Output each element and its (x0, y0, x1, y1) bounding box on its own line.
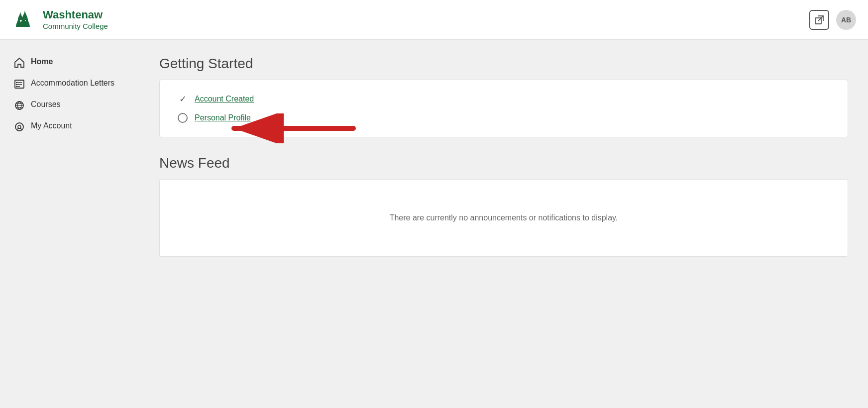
svg-point-6 (16, 82, 17, 83)
account-created-link[interactable]: Account Created (195, 95, 254, 103)
checklist-item-personal-profile: Personal Profile (178, 113, 830, 123)
sidebar-item-home[interactable]: Home (0, 52, 139, 73)
svg-point-8 (16, 86, 17, 87)
news-feed-empty-message: There are currently no announcements or … (178, 194, 830, 242)
sidebar-item-courses-label: Courses (31, 100, 61, 110)
empty-circle-icon (178, 113, 188, 123)
logo-text: Washtenaw Community College (43, 8, 108, 30)
sidebar-item-accommodation-label: Accommodation Letters (31, 78, 114, 89)
wcc-logo-icon (12, 7, 38, 33)
news-feed-section: News Feed There are currently no announc… (159, 155, 848, 257)
news-feed-card: There are currently no announcements or … (159, 179, 848, 257)
sidebar-item-my-account[interactable]: My Account (0, 116, 139, 137)
sidebar-item-home-label: Home (31, 57, 53, 67)
sidebar-item-accommodation-letters[interactable]: Accommodation Letters (0, 73, 139, 95)
home-icon (14, 57, 25, 68)
sidebar-item-courses[interactable]: Courses (0, 95, 139, 116)
logo-name: Washtenaw (43, 8, 108, 21)
logo-sub: Community College (43, 22, 108, 31)
svg-point-7 (16, 84, 17, 85)
getting-started-card: ✓ Account Created Personal Profile (159, 80, 848, 137)
logo-area: Washtenaw Community College (12, 7, 108, 33)
account-icon (14, 121, 25, 132)
courses-icon (14, 100, 25, 111)
svg-point-14 (18, 125, 21, 128)
svg-line-1 (818, 16, 823, 21)
personal-profile-link[interactable]: Personal Profile (195, 113, 251, 122)
external-link-button[interactable] (809, 10, 829, 30)
getting-started-checklist: ✓ Account Created Personal Profile (178, 94, 830, 123)
accommodation-icon (14, 79, 25, 90)
sidebar: Home Accommodation Letters (0, 40, 139, 408)
page-layout: Home Accommodation Letters (0, 40, 868, 408)
main-content: Getting Started ✓ Account Created Person… (139, 40, 868, 408)
user-avatar-button[interactable]: AB (836, 10, 856, 30)
news-feed-title: News Feed (159, 155, 848, 171)
external-link-icon (815, 15, 824, 24)
checklist-item-account-created: ✓ Account Created (178, 94, 830, 104)
check-mark-icon: ✓ (178, 94, 188, 104)
getting-started-section: Getting Started ✓ Account Created Person… (159, 56, 848, 137)
avatar-initials: AB (841, 16, 851, 24)
sidebar-item-my-account-label: My Account (31, 121, 72, 131)
header: Washtenaw Community College AB (0, 0, 868, 40)
getting-started-title: Getting Started (159, 56, 848, 72)
header-actions: AB (809, 10, 856, 30)
